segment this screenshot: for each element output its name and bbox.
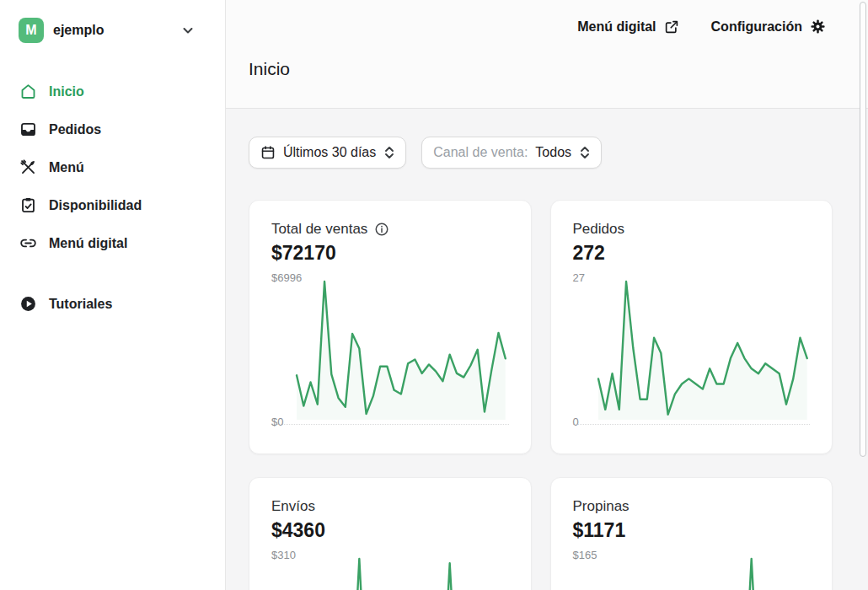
sidebar-item-label: Menú digital (49, 236, 127, 251)
chevron-down-icon (181, 24, 195, 37)
sidebar-item-inicio[interactable]: Inicio (13, 72, 212, 110)
gear-icon (810, 19, 826, 35)
y-axis-min-label: $0 (271, 416, 283, 428)
logo-letter: M (25, 23, 36, 38)
topbar-actions: Menú digital Configuración (249, 19, 826, 35)
sidebar-item-label: Pedidos (49, 122, 101, 137)
line-chart (573, 271, 811, 437)
channel-select[interactable]: Canal de venta: Todos (421, 137, 602, 169)
card-title: Pedidos (573, 221, 624, 238)
account-switcher[interactable]: M ejemplo (13, 15, 212, 46)
sidebar-item-label: Inicio (49, 84, 84, 99)
channel-value: Todos (535, 145, 571, 160)
sidebar-item-label: Tutoriales (49, 297, 112, 312)
line-chart (573, 549, 811, 590)
settings-link-label: Configuración (711, 19, 802, 35)
info-icon[interactable] (374, 222, 389, 237)
sidebar-item-label: Menú (49, 160, 84, 175)
filter-bar: Últimos 30 días Canal de venta: Todos (249, 137, 833, 169)
card-title: Envíos (271, 498, 315, 515)
y-axis-min-label: 0 (573, 416, 579, 428)
app-window: M ejemplo Inicio Pedidos (0, 0, 868, 590)
card-value: 272 (573, 242, 811, 265)
menu-digital-link-label: Menú digital (577, 19, 656, 35)
card-value: $4360 (271, 519, 509, 542)
settings-link[interactable]: Configuración (711, 19, 826, 35)
metric-card-total-ventas: Total de ventas $72170 $6996 (249, 200, 532, 454)
sidebar-item-menu-digital[interactable]: Menú digital (13, 224, 212, 262)
sidebar-item-pedidos[interactable]: Pedidos (13, 110, 212, 148)
metric-card-envios: Envíos $4360 $310 (249, 477, 532, 590)
card-title: Total de ventas (271, 221, 367, 238)
app-logo: M (19, 18, 44, 43)
crossed-utensils-icon (19, 158, 37, 177)
card-value: $72170 (271, 242, 509, 265)
calendar-icon (260, 145, 276, 160)
metric-card-pedidos: Pedidos 272 27 0 (550, 200, 833, 454)
orders-inbox-icon (19, 121, 37, 139)
card-title: Propinas (573, 498, 630, 515)
external-link-icon (664, 19, 679, 35)
menu-digital-link[interactable]: Menú digital (577, 19, 678, 35)
line-chart (271, 549, 509, 590)
chart-pedidos: 27 0 (573, 271, 811, 437)
home-icon (19, 83, 37, 101)
channel-prefix: Canal de venta: (433, 145, 528, 160)
metric-cards-grid: Total de ventas $72170 $6996 (249, 200, 833, 590)
account-name: ejemplo (53, 23, 104, 38)
page-title: Inicio (249, 59, 826, 79)
up-down-caret-icon (579, 145, 591, 160)
sidebar-item-menu[interactable]: Menú (13, 148, 212, 186)
play-circle-icon (19, 295, 37, 314)
sidebar-item-disponibilidad[interactable]: Disponibilidad (13, 186, 212, 224)
sidebar: M ejemplo Inicio Pedidos (0, 0, 226, 590)
sidebar-item-tutoriales[interactable]: Tutoriales (13, 285, 212, 323)
chart-total-ventas: $6996 $0 (271, 271, 509, 437)
clipboard-check-icon (19, 196, 37, 215)
date-range-select[interactable]: Últimos 30 días (249, 137, 406, 169)
date-range-value: Últimos 30 días (283, 145, 376, 160)
line-chart (271, 271, 509, 437)
main-area: Menú digital Configuración (226, 0, 868, 590)
link-icon (19, 234, 37, 253)
content: Últimos 30 días Canal de venta: Todos (226, 109, 868, 590)
sidebar-nav: Inicio Pedidos (13, 72, 212, 323)
up-down-caret-icon (383, 145, 395, 160)
scrollbar[interactable] (860, 2, 866, 457)
sidebar-item-label: Disponibilidad (49, 198, 142, 213)
card-value: $1171 (573, 519, 811, 542)
chart-propinas: $165 (573, 549, 811, 590)
chart-envios: $310 (271, 549, 509, 590)
metric-card-propinas: Propinas $1171 $165 (550, 477, 833, 590)
topbar: Menú digital Configuración (226, 0, 868, 109)
